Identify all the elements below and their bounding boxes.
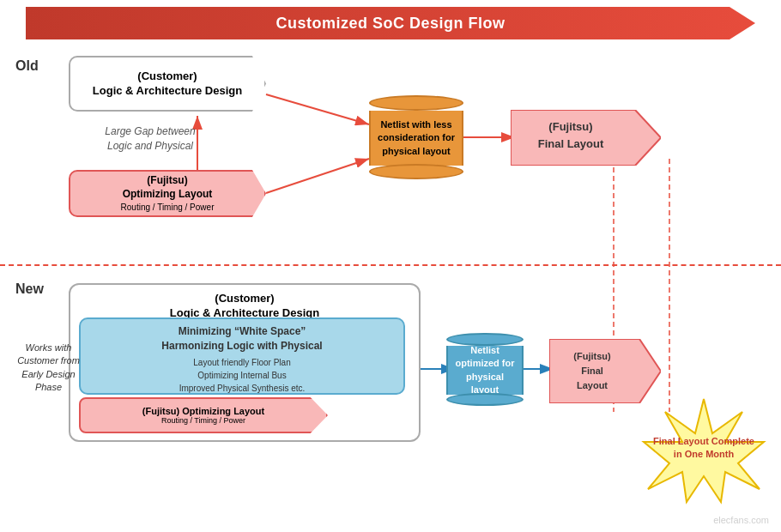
old-fujitsu-opt-box: (Fujitsu) Optimizing Layout Routing / Ti… xyxy=(69,170,266,217)
svg-text:in One Month: in One Month xyxy=(674,449,735,459)
new-cylinder: Netlist optimized for physical layout xyxy=(446,333,524,406)
banner-title: Customized SoC Design Flow xyxy=(275,15,505,33)
top-banner: Customized SoC Design Flow xyxy=(26,7,755,39)
new-inner-box: Minimizing “White Space” Harmonizing Log… xyxy=(79,317,405,395)
svg-text:Final Layout: Final Layout xyxy=(538,137,604,150)
new-fujitsu-opt-subtitle: Routing / Timing / Power xyxy=(161,416,245,425)
old-label: Old xyxy=(15,58,39,74)
new-customer-box: (Customer) Logic & Architecture Design M… xyxy=(69,283,421,442)
svg-line-4 xyxy=(266,94,369,124)
watermark: elecfans.com xyxy=(713,515,769,525)
svg-line-5 xyxy=(266,159,369,193)
old-customer-title: (Customer) Logic & Architecture Design xyxy=(93,70,242,99)
svg-text:Layout: Layout xyxy=(577,380,608,390)
svg-text:(Fujitsu): (Fujitsu) xyxy=(548,120,592,133)
svg-text:Final: Final xyxy=(581,366,603,376)
new-inner-title: Minimizing “White Space” Harmonizing Log… xyxy=(89,324,395,354)
old-cylinder: Netlist with less consideration for phys… xyxy=(369,94,463,180)
old-cylinder-text: Netlist with less consideration for phys… xyxy=(378,118,455,158)
new-fujitsu-opt-box: (Fujitsu) Optimizing Layout Routing / Ti… xyxy=(79,397,328,433)
new-cylinder-text: Netlist optimized for physical layout xyxy=(453,344,517,397)
new-inner-items: Layout friendly Floor Plan Optimizing In… xyxy=(89,356,395,395)
old-fujitsu-opt-subtitle: Routing / Timing / Power xyxy=(121,202,215,213)
svg-marker-17 xyxy=(549,339,661,403)
new-label: New xyxy=(15,281,44,297)
gap-label: Large Gap betweenLogic and Physical xyxy=(82,124,219,154)
divider xyxy=(0,264,781,266)
old-fujitsu-opt-title: (Fujitsu) Optimizing Layout xyxy=(121,174,215,201)
svg-text:(Fujitsu): (Fujitsu) xyxy=(573,351,611,361)
new-final-layout: (Fujitsu) Final Layout xyxy=(549,339,661,403)
new-fujitsu-opt-title: (Fujitsu) Optimizing Layout xyxy=(142,406,264,416)
old-final-layout: (Fujitsu) Final Layout xyxy=(511,110,661,166)
starburst: Final Layout Complete in One Month xyxy=(639,395,768,506)
works-label: Works withCustomer fromEarly Design Phas… xyxy=(12,342,85,395)
new-customer-title: (Customer) Logic & Architecture Design xyxy=(70,292,419,321)
svg-text:Final Layout Complete: Final Layout Complete xyxy=(653,436,754,446)
old-customer-box: (Customer) Logic & Architecture Design xyxy=(69,56,266,112)
